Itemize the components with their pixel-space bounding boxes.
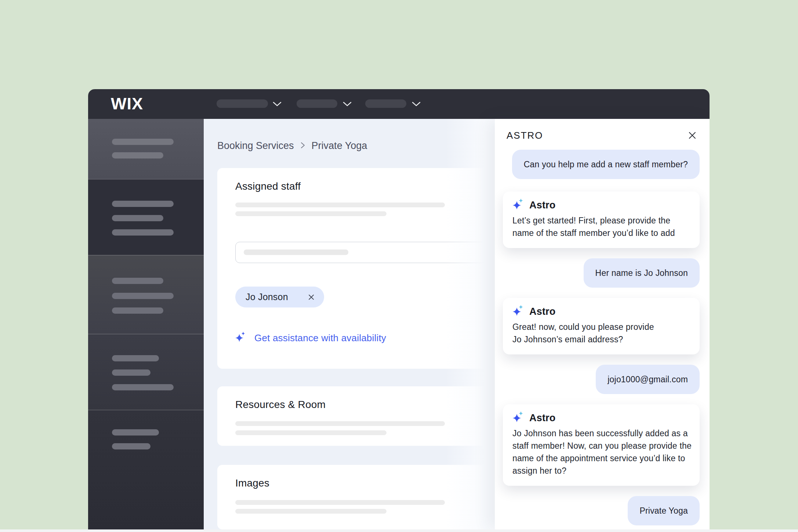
chevron-down-icon[interactable] [343, 101, 352, 108]
resources-room-title: Resources & Room [235, 399, 326, 411]
chat-messages: Can you help me add a new staff member?A… [495, 141, 710, 529]
skeleton-bar [235, 500, 445, 505]
skeleton-bar [112, 369, 150, 376]
remove-staff-icon[interactable] [308, 294, 315, 300]
sidebar [88, 119, 204, 529]
skeleton-bar [112, 152, 163, 158]
astro-sparkle-icon [512, 198, 523, 212]
assistant-message-line: Jo Johnson has been successfully added a… [512, 427, 690, 440]
staff-chip-label: Jo Jonson [246, 292, 288, 302]
astro-sparkle-icon [512, 305, 523, 318]
staff-search-input[interactable] [235, 242, 492, 263]
assistant-message-line: name of the staff member you’d like to a… [512, 227, 690, 239]
skeleton-bar [112, 215, 163, 221]
skeleton-bar [235, 430, 387, 435]
skeleton-bar [235, 203, 445, 207]
chat-user-bubble: Private Yoga [628, 496, 700, 525]
screenshot-stage: WIX [0, 0, 798, 532]
assistant-name: Astro [529, 306, 556, 317]
assistant-message-line: Great! now, could you please provide [512, 321, 690, 333]
skeleton-bar [112, 229, 174, 236]
skeleton-bar [235, 421, 445, 426]
main-content: Booking Services Private Yoga Assigned s… [204, 119, 495, 529]
assigned-staff-card: Assigned staff Jo Jonson [217, 168, 498, 369]
skeleton-bar [112, 278, 163, 284]
skeleton-bar [112, 139, 174, 145]
assistant-name: Astro [529, 200, 556, 211]
chat-header: ASTRO [507, 130, 696, 141]
skeleton-bar [112, 293, 174, 299]
assistant-card-header: Astro [512, 200, 690, 211]
get-assistance-link[interactable]: Get assistance with availability [235, 332, 386, 344]
nav-menu-placeholder[interactable] [297, 99, 337, 108]
sidebar-item[interactable] [88, 179, 204, 255]
astro-chat-panel: ASTRO Can you help me add a new staff me… [495, 119, 710, 529]
astro-sparkle-icon [512, 411, 523, 424]
nav-menu-placeholder[interactable] [217, 99, 268, 108]
assistant-message-line: Let’s get started! First, please provide… [512, 214, 690, 227]
wix-logo: WIX [111, 95, 143, 112]
skeleton-bar [112, 201, 174, 207]
skeleton-bar [235, 509, 387, 514]
close-icon[interactable] [688, 131, 696, 139]
assigned-staff-title: Assigned staff [235, 181, 301, 192]
skeleton-bar [112, 429, 159, 436]
chevron-down-icon[interactable] [273, 101, 282, 108]
nav-menu-placeholder[interactable] [365, 99, 406, 108]
wix-dashboard-window: WIX [88, 89, 710, 529]
sidebar-item[interactable] [88, 334, 204, 410]
chevron-down-icon[interactable] [412, 101, 421, 108]
skeleton-bar [244, 249, 348, 255]
chat-user-bubble: Can you help me add a new staff member? [512, 150, 700, 179]
chevron-right-icon [301, 140, 305, 152]
images-title: Images [235, 477, 269, 489]
resources-room-card: Resources & Room [217, 386, 498, 446]
sidebar-item[interactable] [88, 255, 204, 334]
breadcrumb: Booking Services Private Yoga [217, 139, 367, 152]
skeleton-bar [235, 211, 387, 216]
sidebar-item-selected[interactable] [88, 119, 204, 179]
get-assistance-label: Get assistance with availability [254, 332, 386, 344]
chat-user-bubble: jojo1000@gmail.com [596, 365, 700, 394]
chat-title: ASTRO [507, 130, 543, 141]
assistant-name: Astro [529, 412, 556, 424]
chat-assistant-card: AstroJo Johnson has been successfully ad… [503, 404, 700, 486]
sparkle-icon [235, 332, 246, 344]
assistant-card-header: Astro [512, 412, 690, 423]
assistant-message-line: assign her to? [512, 464, 690, 477]
staff-chip-jo-jonson[interactable]: Jo Jonson [235, 287, 324, 307]
images-card: Images [217, 465, 498, 529]
top-bar: WIX [88, 89, 710, 119]
breadcrumb-booking-services[interactable]: Booking Services [217, 140, 294, 152]
skeleton-bar [112, 307, 163, 314]
assistant-message-line: Jo Johnson’s email address? [512, 333, 690, 346]
bottom-strip [0, 529, 798, 532]
skeleton-bar [112, 384, 174, 390]
chat-assistant-card: AstroLet’s get started! First, please pr… [503, 192, 700, 248]
sidebar-item[interactable] [88, 410, 204, 529]
chat-user-bubble: Her name is Jo Johnson [584, 258, 700, 288]
breadcrumb-private-yoga: Private Yoga [312, 140, 367, 152]
assistant-message-line: staff member! Now, can you please provid… [512, 440, 690, 452]
assistant-message-line: name of the appointment service you’d li… [512, 452, 690, 464]
assistant-card-header: Astro [512, 306, 690, 317]
skeleton-bar [112, 443, 150, 449]
skeleton-bar [112, 355, 159, 361]
chat-assistant-card: AstroGreat! now, could you please provid… [503, 298, 700, 354]
